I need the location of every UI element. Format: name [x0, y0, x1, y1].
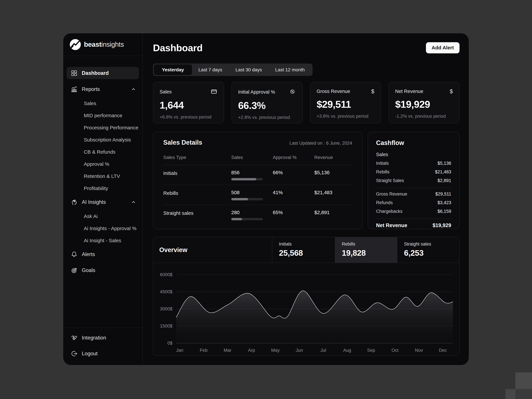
divider: [376, 218, 451, 219]
subitem-label: Ask Ai: [84, 214, 98, 219]
target-icon: [70, 267, 78, 274]
kpi-delta: +6.8% vs. previous period: [160, 114, 217, 120]
bell-icon: [70, 251, 78, 258]
cashflow-total-value: $19,929: [433, 222, 451, 228]
stat-label: Initials: [279, 241, 335, 247]
subitem-label: Ai Insights - Approval %: [84, 226, 137, 231]
tab-last-7-days[interactable]: Last 7 days: [192, 65, 229, 75]
x-tick: Nov: [415, 348, 423, 353]
add-alert-button[interactable]: Add Alert: [426, 42, 460, 53]
corner-square-large: [515, 372, 532, 389]
col-header-sales: Sales: [231, 155, 273, 160]
sidebar-subitem-processing-performance[interactable]: Processing Performance: [66, 121, 139, 134]
sidebar-subitem-profitability[interactable]: Profitability: [66, 182, 139, 194]
middle-row: Sales Details Last Updated on : 6 June, …: [153, 132, 460, 229]
sidebar-bottom: Integration Logout: [63, 328, 142, 365]
subitem-label: CB & Refunds: [84, 149, 115, 155]
sidebar-item-label: Logout: [82, 351, 98, 357]
cell-sales-count: 280: [231, 210, 273, 215]
sidebar-subitem-ai-sales[interactable]: Ai Insight - Sales: [66, 234, 139, 247]
sidebar-subitem-ask-ai[interactable]: Ask Ai: [66, 210, 139, 222]
kpi-card-initial-approval: Initial Approval % 66.3% +2.8% vs. previ…: [231, 82, 302, 123]
cashflow-label: Refunds: [376, 200, 393, 205]
sidebar-item-reports[interactable]: Reports: [66, 83, 139, 95]
kpi-value: $29,511: [317, 99, 374, 110]
kpi-label: Net Revenue: [395, 89, 423, 94]
sidebar-item-dashboard[interactable]: Dashboard: [66, 67, 139, 79]
cell-approval: 65%: [273, 210, 314, 215]
grid-icon: [70, 70, 78, 77]
cashflow-label: Rebills: [376, 169, 390, 175]
sidebar-subitem-sales[interactable]: Sales: [66, 97, 139, 109]
cashflow-title: Cashflow: [376, 139, 451, 146]
kpi-card-gross-revenue: Gross Revenue $ $29,511 +3.8% vs. previo…: [310, 82, 381, 123]
stat-label: Rebills: [342, 241, 397, 247]
cashflow-row: Chargebacks$6,159: [376, 209, 451, 214]
subitem-label: Sales: [84, 101, 96, 106]
sidebar-subitem-approval[interactable]: Approval %: [66, 158, 139, 170]
sidebar-item-logout[interactable]: Logout: [66, 348, 139, 360]
sidebar-item-goals[interactable]: Goals: [66, 264, 139, 276]
sidebar-item-ai-insights[interactable]: AI Insights: [66, 196, 139, 208]
sidebar-item-alerts[interactable]: Alerts: [66, 248, 139, 260]
sidebar-item-label: AI Insights: [82, 199, 106, 205]
y-tick: 1500$: [160, 323, 172, 329]
cashflow-label: Gross Revenue: [376, 191, 407, 197]
chart-area: [176, 291, 453, 343]
cell-sales-count: 856: [231, 170, 273, 175]
overview-stat-initials[interactable]: Initials 25,568: [272, 237, 335, 263]
page-title: Dashboard: [153, 42, 203, 53]
sidebar-item-label: Goals: [82, 267, 95, 273]
cashflow-label: Chargebacks: [376, 209, 403, 214]
x-tick: Jun: [296, 348, 303, 353]
stat-value: 6,253: [404, 248, 459, 258]
kpi-value: 66.3%: [238, 100, 296, 111]
y-tick: 3000$: [160, 306, 172, 311]
col-header-sales-type: Sales Type: [163, 155, 231, 160]
overview-stat-rebills[interactable]: Rebills 19,828: [335, 237, 397, 263]
sidebar: beastinsights Dashboard: [63, 33, 143, 365]
chevron-up-icon: [131, 200, 136, 205]
table-row: Rebills 508 41% $21,483: [163, 185, 352, 205]
sales-details-table: Sales Type Sales Approval % Revenue Init…: [163, 155, 352, 225]
x-tick: May: [271, 348, 280, 353]
sidebar-item-integration[interactable]: Integration: [66, 332, 139, 344]
tab-yesterday[interactable]: Yesterday: [154, 65, 192, 75]
page-header: Dashboard Add Alert: [153, 42, 460, 54]
sidebar-subitem-ai-approval[interactable]: Ai Insights - Approval %: [66, 222, 139, 234]
brand-logo-icon: [69, 38, 81, 51]
overview-stat-straight-sales[interactable]: Straight sales 6,253: [397, 237, 459, 263]
kpi-delta: +2.8% vs. previous period: [238, 115, 296, 120]
stat-value: 19,828: [342, 248, 397, 258]
table-header-row: Sales Type Sales Approval % Revenue: [163, 155, 352, 165]
cell-sales-type: Initials: [163, 170, 231, 176]
cashflow-label: Straight Sales: [376, 178, 404, 183]
cashflow-panel: Cashflow Sales Initials$5,136 Rebills$21…: [368, 132, 460, 229]
x-tick: Aug: [343, 348, 351, 353]
cashflow-value: $6,159: [437, 209, 451, 214]
y-tick: 0$: [167, 341, 172, 346]
divider: [376, 188, 451, 188]
brand-name-light: insights: [101, 41, 124, 48]
sidebar-subitem-mid-performance[interactable]: MID performance: [66, 109, 139, 121]
sidebar-item-label: Alerts: [82, 251, 95, 257]
sales-progress-track: [231, 178, 263, 180]
sidebar-item-label: Dashboard: [82, 70, 109, 76]
kpi-value: 1,644: [160, 99, 217, 111]
logout-icon: [70, 350, 78, 357]
kpi-delta: -1.2% vs. previous period: [395, 114, 453, 119]
sales-progress-fill: [231, 218, 242, 220]
chevron-up-icon: [131, 87, 136, 92]
cashflow-total-label: Net Revenue: [376, 222, 407, 228]
x-tick: Oct: [392, 348, 399, 353]
overview-panel: Overview Initials 25,568 Rebills 19,828 …: [153, 237, 460, 356]
cashflow-label: Initials: [376, 161, 389, 166]
tab-last-30-days[interactable]: Last 30 days: [229, 65, 269, 75]
sidebar-item-label: Reports: [82, 86, 100, 92]
sidebar-subitem-subscription-analysis[interactable]: Subscription Analysis: [66, 134, 139, 146]
sidebar-subitem-cb-refunds[interactable]: CB & Refunds: [66, 146, 139, 158]
sidebar-subitem-retention-ltv[interactable]: Retention & LTV: [66, 170, 139, 182]
overview-header: Overview Initials 25,568 Rebills 19,828 …: [153, 237, 459, 263]
sidebar-item-label: Integration: [82, 335, 106, 341]
tab-last-12-month[interactable]: Last 12 month: [268, 65, 311, 75]
